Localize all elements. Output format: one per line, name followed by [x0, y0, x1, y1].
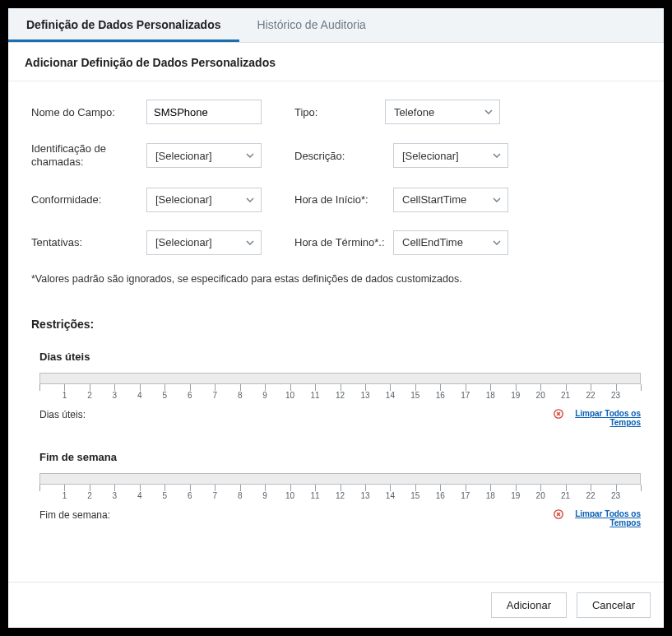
hour-tick-label: 4: [137, 491, 142, 500]
hour-tick-label: 21: [561, 491, 570, 500]
start-time-select-value: CellStartTime: [402, 193, 466, 206]
hour-tick-label: 14: [386, 391, 395, 400]
hour-tick-label: 15: [410, 391, 419, 400]
hour-tick-label: 19: [511, 491, 520, 500]
weekdays-under-label: Dias úteis:: [39, 409, 86, 420]
start-time-select[interactable]: CellStartTime: [393, 188, 508, 212]
form-body: Nome do Campo: Tipo: Telefone Identifica…: [8, 81, 664, 582]
description-select[interactable]: [Selecionar]: [393, 143, 508, 168]
page-title: Adicionar Definição de Dados Personaliza…: [8, 43, 664, 81]
hour-tick-label: 8: [238, 491, 243, 500]
type-select-value: Telefone: [394, 106, 434, 118]
weekend-clear-all-link[interactable]: Limpar Todos os Tempos: [567, 509, 641, 528]
hour-tick-label: 7: [212, 391, 217, 400]
add-button[interactable]: Adicionar: [491, 592, 567, 618]
attempts-select[interactable]: [Selecionar]: [146, 230, 262, 255]
compliance-select[interactable]: [Selecionar]: [146, 188, 262, 212]
hour-tick-label: 12: [336, 491, 345, 500]
weekdays-time-scale: 1234567891011121314151617181920212223: [39, 384, 641, 404]
hour-tick-label: 23: [611, 391, 620, 400]
cancel-button[interactable]: Cancelar: [577, 592, 651, 618]
label-attempts: Tentativas:: [31, 236, 146, 248]
hour-tick-label: 20: [536, 391, 545, 400]
hour-tick-label: 23: [611, 491, 620, 500]
attempts-select-value: [Selecionar]: [155, 236, 212, 248]
hour-tick-label: 22: [586, 491, 596, 500]
hour-tick-label: 11: [310, 491, 319, 500]
label-end-time: Hora de Término*.:: [294, 236, 393, 248]
chevron-down-icon: [493, 151, 501, 160]
hour-tick-label: 3: [113, 491, 118, 500]
weekdays-title: Dias úteis: [39, 350, 641, 363]
label-description: Descrição:: [294, 150, 393, 162]
field-name-input[interactable]: [146, 100, 262, 124]
hour-tick-label: 10: [285, 391, 294, 400]
compliance-select-value: [Selecionar]: [155, 193, 212, 206]
chevron-down-icon: [493, 196, 501, 204]
hour-tick-label: 2: [87, 391, 92, 400]
hour-tick-label: 16: [436, 391, 445, 400]
label-type: Tipo:: [294, 106, 385, 118]
tab-bar: Definição de Dados Personalizados Histór…: [8, 8, 664, 43]
weekend-time-range-bar[interactable]: [39, 473, 641, 485]
hour-tick-label: 16: [436, 491, 445, 500]
hour-tick-label: 11: [310, 391, 319, 400]
hour-tick-label: 18: [486, 391, 495, 400]
chevron-down-icon: [246, 151, 254, 160]
chevron-down-icon: [246, 196, 254, 204]
dialog-footer: Adicionar Cancelar: [8, 582, 664, 628]
hour-tick-label: 3: [113, 391, 118, 400]
hour-tick-label: 2: [87, 491, 92, 500]
hour-tick-label: 7: [212, 491, 217, 500]
error-icon: [554, 409, 563, 419]
description-select-value: [Selecionar]: [402, 150, 459, 162]
weekend-title: Fim de semana: [39, 451, 641, 463]
hour-tick-label: 6: [188, 391, 192, 400]
hour-tick-label: 6: [188, 491, 192, 500]
hour-tick-label: 5: [163, 391, 168, 400]
hour-tick-label: 18: [486, 491, 495, 500]
hour-tick-label: 10: [285, 491, 294, 500]
hour-tick-label: 1: [63, 391, 67, 400]
hour-tick-label: 21: [561, 391, 570, 400]
label-caller-id: Identificação de chamadas:: [31, 142, 146, 169]
hour-tick-label: 9: [262, 491, 267, 500]
end-time-select-value: CellEndTime: [402, 236, 463, 248]
chevron-down-icon: [484, 108, 493, 116]
type-select[interactable]: Telefone: [385, 100, 500, 124]
hour-tick-label: 17: [461, 491, 470, 500]
caller-id-select[interactable]: [Selecionar]: [146, 143, 262, 168]
hour-tick-label: 19: [511, 391, 520, 400]
default-values-note: *Valores padrão são ignorados, se especi…: [31, 273, 641, 285]
hour-tick-label: 1: [63, 491, 67, 500]
end-time-select[interactable]: CellEndTime: [393, 230, 508, 255]
weekend-under-label: Fim de semana:: [39, 509, 110, 521]
hour-tick-label: 8: [238, 391, 243, 400]
weekend-time-scale: 1234567891011121314151617181920212223: [39, 485, 641, 504]
label-start-time: Hora de Início*:: [294, 193, 393, 206]
hour-tick-label: 4: [137, 391, 142, 400]
dialog-window: Definição de Dados Personalizados Histór…: [8, 8, 664, 628]
hour-tick-label: 5: [163, 491, 168, 500]
hour-tick-label: 17: [461, 391, 470, 400]
tab-audit-history[interactable]: Histórico de Auditoria: [239, 8, 384, 42]
hour-tick-label: 13: [360, 491, 369, 500]
hour-tick-label: 13: [360, 391, 369, 400]
chevron-down-icon: [246, 239, 254, 247]
hour-tick-label: 12: [336, 391, 345, 400]
hour-tick-label: 22: [586, 391, 596, 400]
hour-tick-label: 20: [536, 491, 545, 500]
chevron-down-icon: [493, 239, 501, 247]
label-field-name: Nome do Campo:: [31, 106, 146, 118]
restrictions-heading: Restrições:: [31, 318, 641, 331]
caller-id-select-value: [Selecionar]: [155, 150, 212, 162]
weekdays-clear-all-link[interactable]: Limpar Todos os Tempos: [567, 409, 641, 428]
error-icon: [554, 509, 563, 519]
hour-tick-label: 14: [386, 491, 395, 500]
hour-tick-label: 9: [262, 391, 267, 400]
weekdays-time-range-bar[interactable]: [39, 373, 641, 384]
label-compliance: Conformidade:: [31, 193, 146, 206]
tab-custom-data-definition[interactable]: Definição de Dados Personalizados: [8, 8, 239, 42]
hour-tick-label: 15: [410, 491, 419, 500]
